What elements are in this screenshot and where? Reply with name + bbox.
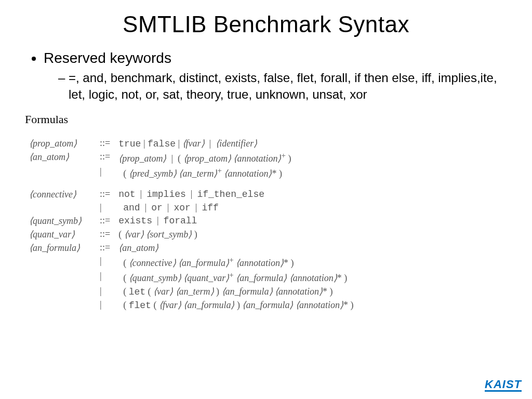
lhs: ⟨quant_symb⟩: [25, 214, 96, 228]
op: |: [96, 298, 114, 312]
rule-connective-cont: | and | or | xor | iff: [25, 201, 357, 214]
rule-prop-atom: ⟨prop_atom⟩ ::= true | false | ⟨fvar⟩ | …: [25, 137, 357, 150]
logo-text: KAIST: [485, 378, 522, 391]
slide: SMTLIB Benchmark Syntax Reserved keyword…: [0, 0, 532, 399]
rule-an-formula: ⟨an_formula⟩ ::= ⟨an_atom⟩: [25, 241, 357, 255]
bullet-text: Reserved keywords: [44, 50, 171, 66]
op: |: [96, 270, 114, 285]
sub-bullet-list: =, and, benchmark, distinct, exists, fal…: [44, 70, 503, 103]
rule-an-formula-5: | ( flet ( ⟨fvar⟩ ⟨an_formula⟩ ) ⟨an_for…: [25, 298, 357, 312]
lhs: ⟨an_formula⟩: [25, 241, 96, 255]
rhs: ⟨an_atom⟩: [114, 241, 357, 255]
rhs: ( flet ( ⟨fvar⟩ ⟨an_formula⟩ ) ⟨an_formu…: [114, 298, 357, 312]
rhs: ⟨prop_atom⟩ | ( ⟨prop_atom⟩ ⟨annotation⟩…: [114, 150, 357, 165]
slide-title: SMTLIB Benchmark Syntax: [29, 11, 503, 37]
op: ::=: [96, 241, 114, 255]
op: ::=: [96, 214, 114, 228]
rule-an-formula-2: | ( ⟨connective⟩ ⟨an_formula⟩+ ⟨annotati…: [25, 255, 357, 270]
lhs: ⟨quant_var⟩: [25, 228, 96, 241]
rhs: ( ⟨connective⟩ ⟨an_formula⟩+ ⟨annotation…: [114, 255, 357, 270]
kaist-logo: KAIST: [485, 378, 522, 392]
keywords-list: =, and, benchmark, distinct, exists, fal…: [58, 70, 503, 103]
op: ::=: [96, 137, 114, 150]
lhs: ⟨an_atom⟩: [25, 150, 96, 165]
bullet-list: Reserved keywords =, and, benchmark, dis…: [29, 50, 503, 103]
lhs: ⟨prop_atom⟩: [25, 137, 96, 150]
rhs: exists | forall: [114, 214, 357, 228]
rhs: ( ⟨var⟩ ⟨sort_symb⟩ ): [114, 228, 357, 241]
rhs: not | implies | if_then_else: [114, 188, 357, 201]
rhs: ( ⟨quant_symb⟩ ⟨quant_var⟩+ ⟨an_formula⟩…: [114, 270, 357, 285]
lhs: ⟨connective⟩: [25, 188, 96, 201]
rule-an-atom-cont: | ( ⟨pred_symb⟩ ⟨an_term⟩+ ⟨annotation⟩*…: [25, 165, 357, 180]
formulas-block: Formulas ⟨prop_atom⟩ ::= true | false | …: [25, 113, 503, 312]
rule-an-formula-4: | ( let ( ⟨var⟩ ⟨an_term⟩ ) ⟨an_formula⟩…: [25, 285, 357, 298]
rule-an-formula-3: | ( ⟨quant_symb⟩ ⟨quant_var⟩+ ⟨an_formul…: [25, 270, 357, 285]
rule-quant-symb: ⟨quant_symb⟩ ::= exists | forall: [25, 214, 357, 228]
rhs: ( ⟨pred_symb⟩ ⟨an_term⟩+ ⟨annotation⟩* ): [114, 165, 357, 180]
op: |: [96, 255, 114, 270]
op: ::=: [96, 228, 114, 241]
bullet-reserved-keywords: Reserved keywords =, and, benchmark, dis…: [44, 50, 503, 103]
rule-connective: ⟨connective⟩ ::= not | implies | if_then…: [25, 188, 357, 201]
op: |: [96, 285, 114, 298]
rule-an-atom: ⟨an_atom⟩ ::= ⟨prop_atom⟩ | ( ⟨prop_atom…: [25, 150, 357, 165]
grammar-table: ⟨prop_atom⟩ ::= true | false | ⟨fvar⟩ | …: [25, 137, 357, 312]
op: ::=: [96, 188, 114, 201]
rhs: and | or | xor | iff: [114, 201, 357, 214]
op: ::=: [96, 150, 114, 165]
op: |: [96, 201, 114, 214]
rule-quant-var: ⟨quant_var⟩ ::= ( ⟨var⟩ ⟨sort_symb⟩ ): [25, 228, 357, 241]
rhs: ( let ( ⟨var⟩ ⟨an_term⟩ ) ⟨an_formula⟩ ⟨…: [114, 285, 357, 298]
rhs: true | false | ⟨fvar⟩ | ⟨identifier⟩: [114, 137, 357, 150]
formulas-heading: Formulas: [25, 113, 503, 126]
op: |: [96, 165, 114, 180]
